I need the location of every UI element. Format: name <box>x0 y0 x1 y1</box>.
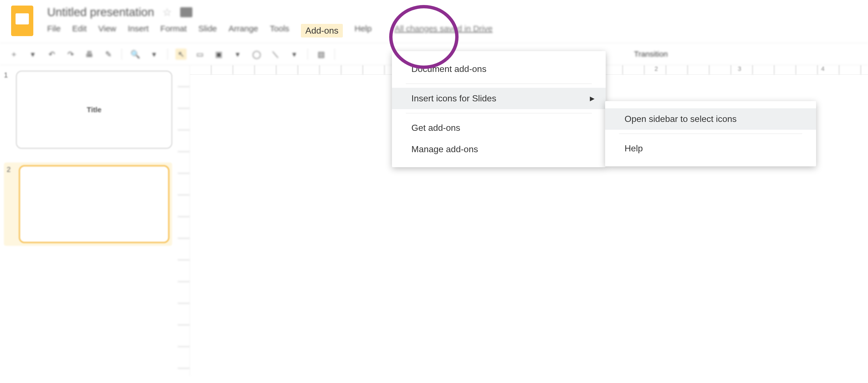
menu-format[interactable]: Format <box>160 24 187 37</box>
paint-format-button[interactable]: ✎ <box>103 49 114 60</box>
menu-addons[interactable]: Add-ons <box>301 24 343 37</box>
star-icon[interactable]: ☆ <box>162 6 172 18</box>
toolbar-separator <box>308 49 308 60</box>
thumb-number: 2 <box>7 165 13 243</box>
thumb-preview <box>19 165 169 243</box>
toolbar-separator <box>122 49 122 60</box>
undo-button[interactable]: ↶ <box>46 49 57 60</box>
transition-button[interactable]: Transition <box>634 50 668 59</box>
app-header: Untitled presentation ☆ File Edit View I… <box>0 0 868 37</box>
redo-button[interactable]: ↷ <box>65 49 76 60</box>
menu-item-manage-addons[interactable]: Manage add-ons <box>392 139 606 160</box>
menu-view[interactable]: View <box>98 24 116 37</box>
image-button[interactable]: ▣ <box>213 49 224 60</box>
menu-item-insert-icons[interactable]: Insert icons for Slides ▶ <box>392 88 606 109</box>
thumb-preview: Title <box>16 71 172 149</box>
thumb-number: 1 <box>4 71 10 149</box>
doc-area: Untitled presentation ☆ File Edit View I… <box>47 5 863 37</box>
menu-item-document-addons[interactable]: Document add-ons <box>392 58 606 80</box>
submenu-item-help[interactable]: Help <box>605 138 816 159</box>
dropdown-icon[interactable]: ▾ <box>232 49 243 60</box>
doc-title[interactable]: Untitled presentation <box>47 5 154 19</box>
zoom-button[interactable]: 🔍 <box>130 49 141 60</box>
menubar: File Edit View Insert Format Slide Arran… <box>47 24 863 37</box>
save-status[interactable]: All changes saved in Drive <box>395 24 493 37</box>
submenu-item-open-sidebar[interactable]: Open sidebar to select icons <box>605 108 816 130</box>
new-slide-button[interactable]: ＋ <box>8 49 20 60</box>
comment-button[interactable]: ▧ <box>316 49 327 60</box>
dropdown-icon[interactable]: ▾ <box>27 49 38 60</box>
thumb-label: Title <box>87 106 102 114</box>
menu-separator <box>619 134 802 134</box>
slide-thumb-2[interactable]: 2 <box>4 163 172 246</box>
menu-arrange[interactable]: Arrange <box>228 24 258 37</box>
ruler-mark: 4 <box>781 65 864 72</box>
slides-logo-icon <box>11 5 33 36</box>
line-button[interactable]: ＼ <box>270 49 281 60</box>
menu-edit[interactable]: Edit <box>72 24 87 37</box>
menu-item-get-addons[interactable]: Get add-ons <box>392 117 606 139</box>
menu-tools[interactable]: Tools <box>270 24 289 37</box>
addons-dropdown: Document add-ons Insert icons for Slides… <box>392 51 606 167</box>
menu-separator <box>406 84 592 84</box>
slide-thumbnail-panel: 1 Title 2 <box>0 65 178 376</box>
menu-help[interactable]: Help <box>354 24 372 37</box>
dropdown-icon[interactable]: ▾ <box>289 49 300 60</box>
select-tool-button[interactable]: ↖ <box>176 49 187 60</box>
textbox-button[interactable]: ▭ <box>194 49 206 60</box>
menu-item-label: Insert icons for Slides <box>411 93 496 103</box>
shape-button[interactable]: ◯ <box>251 49 262 60</box>
insert-icons-submenu: Open sidebar to select icons Help <box>605 101 816 166</box>
menu-insert[interactable]: Insert <box>128 24 149 37</box>
menu-separator <box>406 113 592 113</box>
menu-slide[interactable]: Slide <box>198 24 217 37</box>
menu-file[interactable]: File <box>47 24 61 37</box>
vertical-ruler <box>178 65 190 376</box>
dropdown-icon[interactable]: ▾ <box>149 49 160 60</box>
ruler-mark: 3 <box>698 65 781 72</box>
submenu-arrow-icon: ▶ <box>590 95 595 102</box>
folder-icon[interactable] <box>180 7 192 17</box>
toolbar-separator <box>167 49 168 60</box>
print-button[interactable]: 🖶 <box>84 49 95 60</box>
ruler-mark: 2 <box>615 65 698 72</box>
slide-thumb-1[interactable]: 1 Title <box>4 71 172 149</box>
